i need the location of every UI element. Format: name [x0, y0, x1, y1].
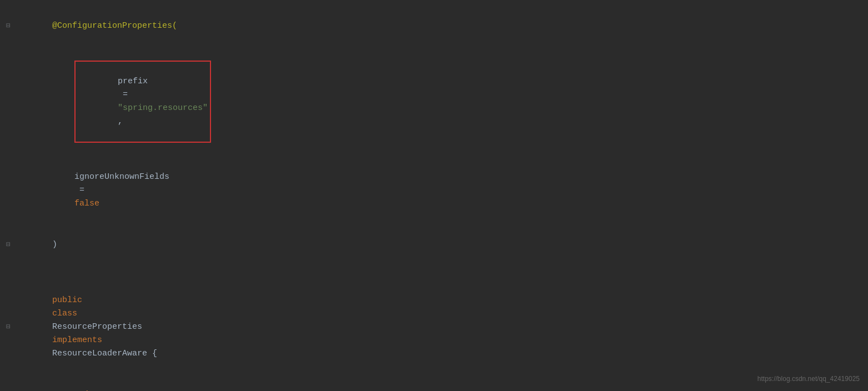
line-content-6: public class ResourceProperties implemen…	[17, 280, 868, 374]
prefix-keyword: prefix	[118, 77, 148, 86]
close-paren: )	[52, 240, 57, 249]
code-line-1: ⊟ @ConfigurationProperties(	[0, 6, 868, 47]
line-content-4: )	[17, 225, 868, 265]
fold-marker-6[interactable]: ⊟	[4, 322, 13, 333]
code-line-3: ignoreUnknownFields = false	[0, 157, 868, 224]
comma: ,	[118, 117, 123, 126]
gutter-6: ⊟	[0, 322, 17, 333]
fold-marker-4[interactable]: ⊟	[4, 239, 13, 251]
gutter-4: ⊟	[0, 239, 17, 251]
equals-sign: =	[118, 90, 133, 99]
line-content-3: ignoreUnknownFields = false	[17, 157, 868, 224]
line-content-1: @ConfigurationProperties(	[17, 6, 868, 46]
ignore-field: ignoreUnknownFields	[74, 172, 169, 182]
line-content-5	[17, 266, 868, 279]
false-value: false	[74, 199, 99, 208]
watermark: https://blog.csdn.net/qq_42419025	[757, 375, 860, 383]
code-line-6: ⊟ public class ResourceProperties implem…	[0, 280, 868, 374]
line-content-7: private static final String[] SERVLET_RE…	[17, 375, 868, 391]
class-kw-6: class	[52, 309, 82, 318]
code-line-2: prefix = "spring.resources" ,	[0, 47, 868, 157]
fold-marker-1[interactable]: ⊟	[4, 21, 13, 32]
code-line-7: private static final String[] SERVLET_RE…	[0, 374, 868, 391]
code-line-5	[0, 265, 868, 280]
class-name-6: ResourceProperties	[52, 322, 147, 332]
eq3: =	[74, 186, 89, 195]
gutter-1: ⊟	[0, 21, 17, 32]
interface-name: ResourceLoaderAware {	[52, 349, 157, 358]
implements-kw: implements	[52, 335, 107, 345]
annotation-text: @ConfigurationProperties(	[52, 21, 177, 31]
code-editor: ⊟ @ConfigurationProperties( prefix = "sp…	[0, 0, 868, 391]
spring-resources-string: "spring.resources"	[118, 103, 208, 113]
line-content-2: prefix = "spring.resources" ,	[17, 47, 868, 156]
code-line-4: ⊟ )	[0, 224, 868, 265]
public-kw-6: public	[52, 295, 87, 305]
